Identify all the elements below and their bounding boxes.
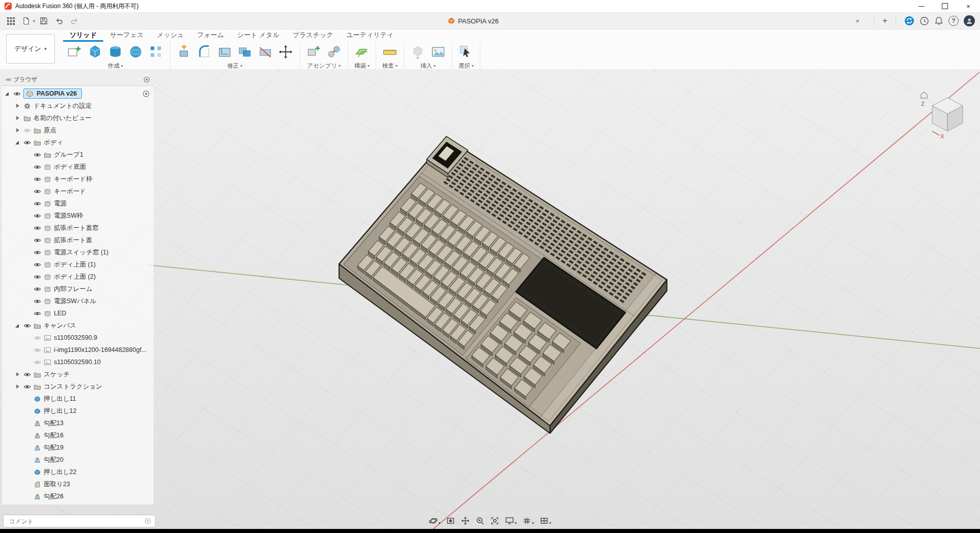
minimize-button[interactable] [910,0,933,12]
browser-filter-icon[interactable] [143,76,150,83]
visibility-eye-icon[interactable] [34,212,42,220]
browser-item[interactable]: 押し出し11 [2,393,154,405]
visibility-eye-icon[interactable] [34,199,42,208]
3d-viewport[interactable]: Z X «« ブラウザ PASOPIA v26ドキュメントの設定名前の付いたビュ… [0,69,980,529]
expander-open-icon[interactable] [4,90,11,97]
display-settings-icon[interactable]: ▾ [504,515,517,526]
visibility-eye-icon[interactable] [34,163,42,171]
move-copy-icon[interactable] [277,43,295,61]
maximize-button[interactable] [933,0,957,12]
browser-item[interactable]: 電源SWパネル [2,295,154,307]
browser-item[interactable]: i-img1190x1200-1694482880gf... [2,344,154,356]
construction-plane-icon[interactable] [353,43,371,61]
selected-root-highlight[interactable]: PASOPIA v26 [23,88,82,99]
browser-item[interactable]: LED [2,307,154,319]
browser-item[interactable]: 拡張ポート蓋 [2,234,154,246]
browser-item[interactable]: 内部フレーム [2,283,154,295]
viewports-icon[interactable]: ▾ [539,515,553,526]
browser-item[interactable]: グループ1 [2,149,154,161]
browser-item[interactable]: 電源スイッチ窓 (1) [2,246,154,258]
undo-button[interactable] [52,14,66,27]
visibility-eye-icon[interactable] [34,285,42,293]
select-menu[interactable]: 選択▾ [458,62,474,70]
split-body-icon[interactable] [256,43,274,61]
browser-item[interactable]: 面取り23 [2,478,154,490]
insert-derive-icon[interactable] [409,43,427,61]
app-launcher-icon[interactable] [4,14,17,27]
modify-menu[interactable]: 修正▾ [227,62,242,70]
assemble-menu[interactable]: アセンブリ▾ [307,62,341,70]
new-component-icon[interactable] [304,43,323,61]
browser-item[interactable]: ドキュメントの設定 [2,100,154,112]
browser-item[interactable]: ボディ底面 [2,161,154,173]
browser-item[interactable]: s1105032590.10 [2,356,154,368]
insert-canvas-icon[interactable] [429,43,447,61]
construct-menu[interactable]: 構築▾ [354,62,370,70]
comment-box[interactable] [3,515,156,527]
visibility-eye-icon[interactable] [23,138,32,146]
visibility-eye-icon[interactable] [23,382,32,391]
ribbon-tab-4[interactable]: フォーム [191,29,231,42]
browser-item[interactable]: ボディ上面 (2) [2,271,154,283]
new-document-tab-button[interactable]: + [882,16,887,26]
home-icon[interactable] [921,92,927,98]
visibility-eye-icon[interactable] [34,187,42,195]
activate-component-radio-icon[interactable] [142,90,150,98]
expander-open-icon[interactable] [14,322,21,329]
orbit-icon[interactable]: ▾ [427,515,441,526]
help-icon[interactable]: ? [948,16,959,26]
expander-closed-icon[interactable] [14,114,21,122]
redo-button[interactable] [68,14,81,27]
browser-item[interactable]: 勾配26 [2,490,154,502]
file-menu-icon[interactable] [19,14,33,27]
press-pull-icon[interactable] [175,43,193,61]
visibility-eye-icon[interactable] [23,126,32,134]
browser-item[interactable]: キーボード [2,185,154,197]
visibility-eye-icon[interactable] [23,370,32,378]
pan-icon[interactable] [460,515,471,526]
joint-icon[interactable] [325,43,343,61]
user-avatar[interactable] [964,15,975,26]
browser-item[interactable]: ボディ上面 (1) [2,258,154,271]
create-sphere-icon[interactable] [127,43,145,61]
measure-icon[interactable] [381,43,399,61]
visibility-eye-icon[interactable] [34,236,42,244]
ribbon-tab-7[interactable]: ユーティリティ [340,29,401,42]
browser-item[interactable]: 電源 [2,197,154,210]
save-button[interactable] [37,14,50,27]
ribbon-tab-1[interactable]: ソリッド [63,29,103,42]
extension-clock-icon[interactable] [920,16,929,26]
browser-item[interactable]: スケッチ [2,368,154,380]
visibility-eye-icon[interactable] [34,358,42,366]
document-tab[interactable]: PASOPIA v26 [441,13,506,29]
create-sketch-icon[interactable] [66,43,84,61]
file-menu-caret[interactable]: ▾ [33,19,35,23]
insert-menu[interactable]: 挿入▾ [420,62,436,70]
browser-item[interactable]: 押し出し12 [2,405,154,417]
browser-item[interactable]: 拡張ポート蓋窓 [2,222,154,234]
visibility-eye-icon[interactable] [34,273,42,281]
inspect-menu[interactable]: 検査▾ [382,62,397,70]
expander-closed-icon[interactable] [14,127,21,134]
browser-item[interactable]: 押し出し22 [2,466,154,478]
expander-closed-icon[interactable] [14,371,21,378]
browser-item[interactable]: 原点 [2,124,154,136]
visibility-eye-icon[interactable] [34,334,42,342]
create-pattern-icon[interactable] [147,43,165,61]
expander-open-icon[interactable] [14,139,21,146]
shell-icon[interactable] [216,43,234,61]
ribbon-tab-2[interactable]: サーフェス [103,29,150,42]
job-status-icon[interactable] [904,16,914,26]
comment-target-icon[interactable] [144,518,151,524]
visibility-eye-icon[interactable] [34,309,42,317]
visibility-eye-icon[interactable] [13,90,21,98]
comment-input[interactable] [8,517,141,525]
create-box-icon[interactable] [86,43,104,61]
workspace-selector[interactable]: デザイン▾ [6,34,55,64]
browser-header[interactable]: «« ブラウザ [2,73,154,86]
browser-item[interactable]: 勾配16 [2,429,154,441]
visibility-eye-icon[interactable] [34,175,42,183]
browser-item[interactable]: キャンバス [2,319,154,332]
ribbon-tab-3[interactable]: メッシュ [150,29,190,42]
combine-icon[interactable] [236,43,254,61]
